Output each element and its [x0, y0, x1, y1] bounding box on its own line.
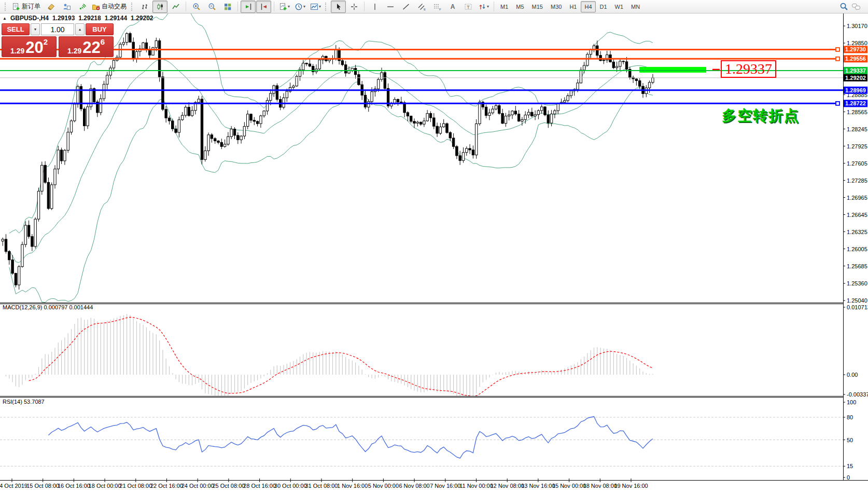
- line-endpoint-handle[interactable]: [836, 102, 839, 105]
- chat-icon[interactable]: [851, 3, 861, 11]
- ohlc-high: 1.29218: [78, 15, 101, 22]
- lot-size-input[interactable]: 1.00: [41, 23, 74, 35]
- rsi-pane: [0, 417, 843, 467]
- svg-text:1.28722: 1.28722: [845, 100, 866, 106]
- svg-text:F: F: [439, 7, 441, 10]
- tile-windows-button[interactable]: [220, 1, 235, 13]
- price-tick-label: 1.26005: [847, 246, 867, 252]
- price-tick-label: 1.27285: [847, 177, 867, 184]
- fibonacci-button[interactable]: F: [429, 1, 444, 13]
- time-tick-label: 12 Nov 08:00: [490, 483, 524, 489]
- search-icon[interactable]: [839, 2, 848, 11]
- timeframe-mn-button[interactable]: MN: [627, 1, 643, 12]
- text-icon: A: [449, 3, 457, 11]
- main-toolbar: 新订单 自动交易: [0, 0, 868, 13]
- rsi-axis-label: 0: [847, 474, 850, 481]
- trendline-button[interactable]: [398, 1, 413, 13]
- timeframe-w1-button[interactable]: W1: [611, 1, 627, 12]
- horizontal-line-button[interactable]: [383, 1, 398, 13]
- price-tick-label: 1.27925: [847, 143, 867, 149]
- trading-platform-window: 新订单 自动交易: [0, 0, 868, 492]
- svg-text:A: A: [450, 3, 455, 10]
- price-tick-label: 1.28245: [847, 126, 867, 132]
- svg-text:E: E: [424, 7, 426, 10]
- profile-icon: [63, 3, 71, 11]
- rsi-title: RSI(14): [3, 399, 22, 405]
- rsi-axis-label: 100: [847, 399, 856, 405]
- line-chart-button[interactable]: [168, 1, 183, 13]
- text-label-button[interactable]: T: [460, 1, 475, 13]
- horizontal-level-lines[interactable]: [0, 48, 843, 105]
- macd-title: MACD(12,26,9): [3, 304, 42, 310]
- caret-down-icon: ▾: [288, 4, 290, 9]
- highlight-bar[interactable]: [639, 67, 706, 73]
- template-icon: [310, 3, 318, 11]
- eraser-button[interactable]: [44, 1, 59, 13]
- vertical-line-button[interactable]: [367, 1, 382, 13]
- time-tick-label: 18 Oct 00:00: [89, 483, 121, 489]
- lot-increase-button[interactable]: ▴: [75, 23, 85, 35]
- sell-price-box[interactable]: 1.29 20 2: [2, 36, 57, 57]
- price-tick-label: 1.30170: [847, 23, 867, 29]
- time-tick-label: 31 Oct 08:00: [305, 483, 338, 489]
- arrows-button[interactable]: ▾: [476, 1, 491, 13]
- timeframe-m30-button[interactable]: M30: [547, 1, 565, 12]
- profile-button[interactable]: [59, 1, 74, 13]
- auto-scroll-button[interactable]: [256, 1, 271, 13]
- timeframe-m1-button[interactable]: M1: [497, 1, 512, 12]
- fibonacci-icon: F: [433, 3, 441, 11]
- sell-button[interactable]: SELL: [2, 23, 30, 35]
- collapse-icon[interactable]: ▲: [3, 16, 7, 21]
- equidistant-channel-icon: E: [417, 3, 426, 11]
- chart-canvas[interactable]: 1.301701.298501.288851.285651.282451.279…: [0, 13, 868, 492]
- price-scale[interactable]: 1.301701.298501.288851.285651.282451.279…: [843, 13, 868, 481]
- add-indicator-button[interactable]: ▾: [277, 1, 292, 13]
- timeframe-d1-button[interactable]: D1: [596, 1, 611, 12]
- macd-value-signal: 0.001444: [69, 304, 93, 310]
- candlestick-chart-button[interactable]: [152, 1, 167, 13]
- time-tick-label: 30 Oct 00:00: [274, 483, 307, 489]
- price-callout-label[interactable]: 1.29337: [721, 60, 776, 78]
- autotrading-button[interactable]: 自动交易: [90, 1, 129, 13]
- line-endpoint-handle[interactable]: [836, 48, 839, 51]
- caret-down-icon: ▾: [303, 4, 305, 9]
- time-tick-label: 13 Nov 16:00: [521, 483, 555, 489]
- cursor-button[interactable]: [331, 1, 346, 13]
- timeframe-h4-button[interactable]: H4: [581, 1, 595, 12]
- new-order-button[interactable]: 新订单: [10, 1, 43, 13]
- equidistant-channel-button[interactable]: E: [414, 1, 429, 13]
- timeframe-m15-button[interactable]: M15: [528, 1, 547, 12]
- chart-shift-button[interactable]: [241, 1, 256, 13]
- time-tick-label: 18 Nov 08:00: [583, 483, 617, 489]
- buy-button[interactable]: BUY: [86, 23, 114, 35]
- time-tick-label: 6 Nov 08:00: [399, 483, 429, 489]
- lot-decrease-button[interactable]: ▾: [31, 23, 40, 35]
- period-button[interactable]: ▾: [292, 1, 307, 13]
- tile-windows-icon: [223, 3, 232, 11]
- macd-axis-label: 0.010713: [847, 304, 868, 310]
- clock-icon: [295, 3, 303, 11]
- buy-price-box[interactable]: 1.29 22 6: [59, 36, 114, 57]
- ohlc-open: 1.29193: [52, 15, 75, 22]
- timeframe-h1-button[interactable]: H1: [566, 1, 580, 12]
- buy-price-base: 1.29: [67, 47, 81, 55]
- text-button[interactable]: A: [445, 1, 460, 13]
- rsi-indicator-label: RSI(14) 53.7087: [3, 399, 45, 405]
- template-button[interactable]: ▾: [308, 1, 323, 13]
- chart-area[interactable]: 1.301701.298501.288851.285651.282451.279…: [0, 13, 868, 492]
- signal-icon: [78, 3, 87, 11]
- rsi-line: [48, 417, 653, 458]
- crosshair-button[interactable]: [346, 1, 361, 13]
- zoom-in-button[interactable]: [189, 1, 204, 13]
- chinese-annotation[interactable]: 多空转折点: [722, 106, 800, 126]
- time-tick-label: 15 Nov 00:00: [552, 483, 586, 489]
- zoom-out-button[interactable]: [204, 1, 219, 13]
- time-scale[interactable]: 14 Oct 201915 Oct 08:0016 Oct 16:0018 Oc…: [0, 479, 868, 489]
- time-tick-label: 22 Oct 16:00: [150, 483, 183, 489]
- text-label-icon: T: [464, 3, 472, 11]
- line-endpoint-handle[interactable]: [836, 57, 839, 61]
- timeframe-m5-button[interactable]: M5: [512, 1, 527, 12]
- signal-button[interactable]: [75, 1, 90, 13]
- bar-chart-button[interactable]: [137, 1, 152, 13]
- symbol-header: ▲ GBPUSD-,H4 1.29193 1.29218 1.29144 1.2…: [3, 15, 153, 22]
